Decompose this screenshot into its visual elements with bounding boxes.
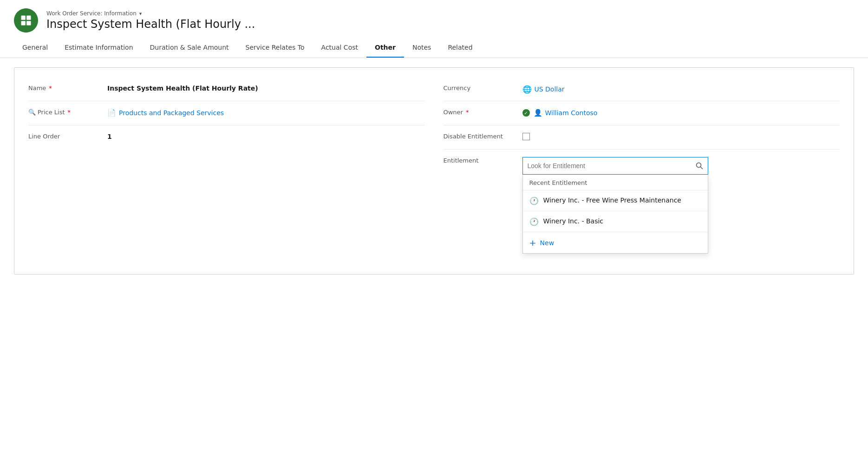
label-price-list: 🔍 Price List * bbox=[28, 108, 107, 116]
search-icon bbox=[696, 162, 703, 170]
form-row-currency: Currency 🌐 US Dollar bbox=[444, 77, 840, 101]
recent-icon-1: 🕐 bbox=[529, 196, 539, 205]
entitlement-search-button[interactable] bbox=[691, 157, 708, 174]
form-row-name: Name * Inspect System Health (Flat Hourl… bbox=[28, 77, 425, 101]
required-star-name: * bbox=[49, 85, 52, 91]
form-card: Name * Inspect System Health (Flat Hourl… bbox=[14, 67, 854, 274]
main-content: Name * Inspect System Health (Flat Hourl… bbox=[0, 67, 868, 274]
price-list-doc-icon: 📄 bbox=[107, 109, 116, 117]
label-entitlement: Entitlement bbox=[444, 156, 522, 164]
label-owner: Owner * bbox=[444, 108, 522, 116]
label-line-order: Line Order bbox=[28, 132, 107, 140]
dropdown-item-1[interactable]: 🕐 Winery Inc. - Free Wine Press Maintena… bbox=[523, 190, 708, 211]
form-section-right: Currency 🌐 US Dollar Owner * 👤 bbox=[444, 77, 840, 260]
required-star-owner: * bbox=[466, 109, 469, 116]
label-name: Name * bbox=[28, 84, 107, 91]
nav-tabs: General Estimate Information Duration & … bbox=[0, 38, 868, 58]
owner-status-icon bbox=[522, 109, 530, 117]
dropdown-section-header: Recent Entitlement bbox=[523, 175, 708, 190]
form-section-left: Name * Inspect System Health (Flat Hourl… bbox=[28, 77, 425, 260]
tab-actual-cost[interactable]: Actual Cost bbox=[313, 38, 366, 58]
value-name: Inspect System Health (Flat Hourly Rate) bbox=[107, 84, 425, 92]
form-row-line-order: Line Order 1 bbox=[28, 125, 425, 150]
value-line-order: 1 bbox=[107, 132, 425, 140]
dropdown-new-label: New bbox=[540, 239, 555, 247]
svg-rect-2 bbox=[21, 21, 26, 25]
entitlement-search-input[interactable] bbox=[523, 158, 691, 173]
form-row-entitlement: Entitlement bbox=[444, 150, 840, 260]
app-icon-svg bbox=[20, 14, 33, 27]
dropdown-new-item[interactable]: + New bbox=[523, 232, 708, 253]
tab-related[interactable]: Related bbox=[439, 38, 481, 58]
price-list-label-icon: 🔍 bbox=[28, 109, 36, 116]
value-currency[interactable]: 🌐 US Dollar bbox=[522, 84, 840, 94]
owner-person-icon: 👤 bbox=[534, 109, 542, 117]
value-price-list[interactable]: 📄 Products and Packaged Services bbox=[107, 108, 425, 117]
value-disable-entitlement bbox=[522, 132, 840, 142]
currency-icon: 🌐 bbox=[522, 85, 532, 94]
tab-notes[interactable]: Notes bbox=[404, 38, 439, 58]
entitlement-input-box bbox=[522, 157, 708, 175]
dropdown-item-text-2: Winery Inc. - Basic bbox=[543, 217, 604, 226]
tab-service-relates[interactable]: Service Relates To bbox=[237, 38, 313, 58]
form-row-price-list: 🔍 Price List * 📄 Products and Packaged S… bbox=[28, 101, 425, 125]
header-subtitle: Work Order Service: Information ▾ bbox=[46, 10, 255, 17]
header-text: Work Order Service: Information ▾ Inspec… bbox=[46, 10, 255, 31]
new-plus-icon: + bbox=[529, 238, 536, 248]
entitlement-field-wrap: Recent Entitlement 🕐 Winery Inc. - Free … bbox=[522, 156, 840, 254]
tab-other[interactable]: Other bbox=[366, 38, 404, 58]
form-row-disable-entitlement: Disable Entitlement bbox=[444, 125, 840, 150]
svg-rect-0 bbox=[21, 16, 26, 20]
svg-line-5 bbox=[700, 167, 702, 169]
svg-rect-3 bbox=[26, 21, 31, 25]
disable-entitlement-checkbox[interactable] bbox=[522, 133, 530, 140]
chevron-down-icon[interactable]: ▾ bbox=[139, 11, 142, 17]
required-star-price-list: * bbox=[68, 109, 71, 116]
tab-estimate[interactable]: Estimate Information bbox=[56, 38, 141, 58]
tab-duration[interactable]: Duration & Sale Amount bbox=[142, 38, 237, 58]
recent-icon-2: 🕐 bbox=[529, 217, 539, 226]
app-icon bbox=[14, 8, 38, 33]
value-owner[interactable]: 👤 William Contoso bbox=[522, 108, 840, 117]
tab-general[interactable]: General bbox=[14, 38, 56, 58]
svg-rect-1 bbox=[26, 16, 31, 20]
form-row-owner: Owner * 👤 William Contoso bbox=[444, 101, 840, 125]
entitlement-dropdown: Recent Entitlement 🕐 Winery Inc. - Free … bbox=[522, 175, 708, 254]
dropdown-item-text-1: Winery Inc. - Free Wine Press Maintenanc… bbox=[543, 196, 681, 205]
label-disable-entitlement: Disable Entitlement bbox=[444, 132, 522, 140]
label-currency: Currency bbox=[444, 84, 522, 91]
header-subtitle-text: Work Order Service: Information bbox=[46, 10, 137, 17]
page-header: Work Order Service: Information ▾ Inspec… bbox=[0, 0, 868, 38]
form-grid: Name * Inspect System Health (Flat Hourl… bbox=[28, 77, 840, 260]
dropdown-item-2[interactable]: 🕐 Winery Inc. - Basic bbox=[523, 211, 708, 232]
page-title: Inspect System Health (Flat Hourly ... bbox=[46, 18, 255, 31]
